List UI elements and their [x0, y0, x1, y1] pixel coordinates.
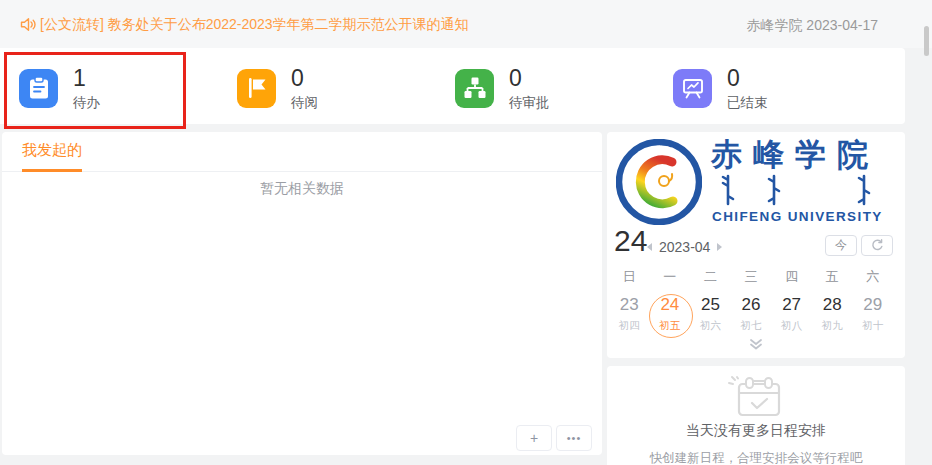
- day-cell-29[interactable]: 29 初十: [852, 290, 893, 340]
- add-button[interactable]: +: [516, 425, 552, 451]
- presentation-icon: [673, 69, 712, 108]
- expand-calendar-button[interactable]: [749, 336, 763, 354]
- approval-label: 待审批: [509, 96, 550, 110]
- stat-card-toread[interactable]: 0 待阅: [237, 62, 447, 114]
- calendar-card: 赤峰学院 CHIFENG UNIVERSITY 赤峰学院 CHIFEN: [607, 132, 905, 358]
- prev-month-icon[interactable]: [647, 243, 652, 251]
- stat-card-finished[interactable]: 0 已结束: [673, 62, 883, 114]
- flag-icon: [237, 69, 276, 108]
- day-cell-28[interactable]: 28 初九: [812, 290, 853, 340]
- university-logo-icon: 赤峰学院 CHIFENG UNIVERSITY: [616, 139, 702, 225]
- oa-dashboard: [公文流转] 教务处关于公布2022-2023学年第二学期示范公开课的通知 赤峰…: [0, 0, 932, 465]
- weekday: 三: [731, 268, 772, 286]
- weekday: 一: [650, 268, 691, 286]
- finished-count: 0: [727, 67, 768, 90]
- schedule-card: 当天没有更多日程安排 快创建新日程，合理安排会议等行程吧: [607, 366, 905, 465]
- day-cell-27[interactable]: 27 初八: [771, 290, 812, 340]
- university-name-cn: 赤峰学院: [711, 134, 879, 176]
- tabs-bar: 我发起的: [2, 132, 602, 172]
- speaker-icon: [20, 17, 37, 32]
- tasks-panel: 我发起的 暂无相关数据 + •••: [2, 132, 602, 455]
- university-name-en: CHIFENG UNIVERSITY: [712, 209, 883, 224]
- mongolian-script-icon: [714, 174, 892, 210]
- stat-card-todo[interactable]: 1 待办: [19, 62, 229, 114]
- empty-data-text: 暂无相关数据: [2, 180, 602, 198]
- refresh-icon: [871, 239, 884, 252]
- day-cell-24-selected[interactable]: 24 初五: [650, 290, 691, 340]
- org-and-date: 赤峰学院 2023-04-17: [746, 17, 878, 35]
- tab-my-initiated[interactable]: 我发起的: [22, 141, 82, 172]
- no-schedule-hint: 快创建新日程，合理安排会议等行程吧: [607, 450, 905, 465]
- announcement-link[interactable]: [公文流转] 教务处关于公布2022-2023学年第二学期示范公开课的通知: [40, 16, 469, 34]
- selected-day-ring: [649, 294, 693, 338]
- stat-card-approval[interactable]: 0 待审批: [455, 62, 665, 114]
- next-month-icon[interactable]: [717, 243, 722, 251]
- double-chevron-down-icon: [749, 339, 763, 350]
- day-cell-25[interactable]: 25 初六: [690, 290, 731, 340]
- clipboard-icon: [19, 69, 58, 108]
- calendar-big-day: 24: [614, 224, 647, 258]
- dates-row: 23 初四 24 初五 25 初六 26 初七 27 初八 28: [609, 290, 893, 340]
- todo-count: 1: [73, 67, 100, 90]
- announcement-bar: [公文流转] 教务处关于公布2022-2023学年第二学期示范公开课的通知 赤峰…: [0, 0, 932, 48]
- no-schedule-title: 当天没有更多日程安排: [607, 422, 905, 440]
- scrollbar-thumb[interactable]: [924, 26, 929, 56]
- weekday: 二: [690, 268, 731, 286]
- month-label: 2023-04: [659, 239, 710, 255]
- weekday: 日: [609, 268, 650, 286]
- day-cell-23[interactable]: 23 初四: [609, 290, 650, 340]
- empty-schedule-calendar-icon: [725, 374, 789, 424]
- weekday: 六: [852, 268, 893, 286]
- today-button[interactable]: 今: [825, 235, 857, 256]
- finished-label: 已结束: [727, 96, 768, 110]
- refresh-button[interactable]: [861, 235, 893, 256]
- month-navigator: 2023-04: [647, 239, 722, 255]
- toread-label: 待阅: [291, 96, 318, 110]
- weekday: 四: [771, 268, 812, 286]
- stats-row: 1 待办 0 待阅: [0, 48, 905, 124]
- todo-label: 待办: [73, 96, 100, 110]
- orgchart-icon: [455, 69, 494, 108]
- more-button[interactable]: •••: [556, 425, 592, 451]
- weekday-row: 日 一 二 三 四 五 六: [609, 268, 893, 286]
- approval-count: 0: [509, 67, 550, 90]
- day-cell-26[interactable]: 26 初七: [731, 290, 772, 340]
- toread-count: 0: [291, 67, 318, 90]
- weekday: 五: [812, 268, 853, 286]
